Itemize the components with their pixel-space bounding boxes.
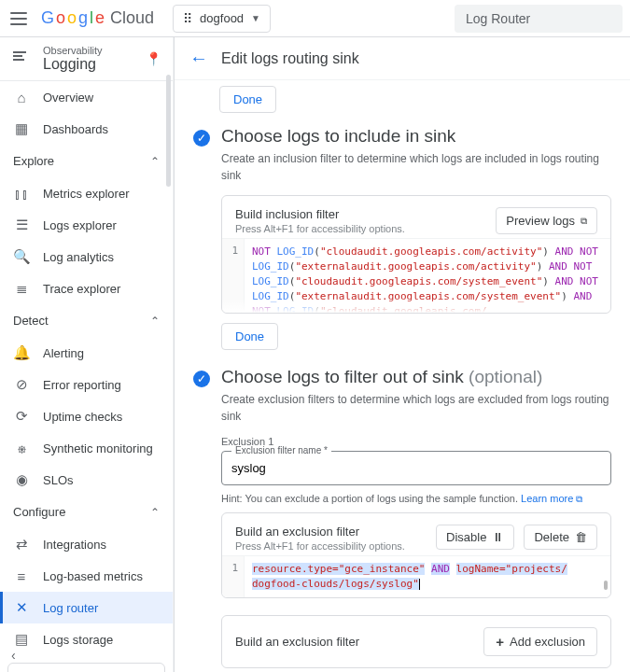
scrollbar[interactable]: [604, 581, 608, 590]
uptime-icon: ⟳: [13, 408, 30, 425]
exclusion-filter-card: Build an exclusion filter Press Alt+F1 f…: [221, 512, 611, 598]
add-exclusion-title: Build an exclusion filter: [235, 635, 359, 649]
sidebar-item-overview[interactable]: ⌂Overview: [0, 81, 173, 113]
google-cloud-logo[interactable]: Google Cloud: [41, 8, 154, 28]
main-header: ← Edit logs routing sink: [175, 37, 630, 80]
trash-icon: 🗑: [575, 530, 587, 544]
project-name: dogfood: [200, 11, 244, 25]
scrollbar[interactable]: [166, 75, 171, 187]
plus-icon: +: [496, 634, 504, 650]
inclusion-filter-card: Build inclusion filter Press Alt+F1 for …: [221, 195, 611, 314]
external-link-icon: ⧉: [581, 216, 587, 227]
include-card-title: Build inclusion filter: [235, 207, 405, 221]
exclude-card-title: Build an exclusion filter: [235, 525, 405, 539]
exclude-title: Choose logs to filter out of sink (optio…: [221, 367, 611, 387]
sidebar-group-explore[interactable]: Explore⌃: [0, 145, 173, 177]
sidebar-item-logs-storage[interactable]: ▤Logs storage: [0, 623, 173, 655]
router-icon: ✕: [13, 599, 30, 616]
nav-menu-button[interactable]: [7, 7, 30, 30]
pause-icon: ⏸: [492, 530, 504, 544]
done-button-include[interactable]: Done: [221, 323, 278, 350]
add-exclusion-card: Build an exclusion filter + Add exclusio…: [221, 615, 611, 668]
sidebar: Observability Logging 📍 ⌂Overview ▦Dashb…: [0, 37, 174, 672]
inclusion-filter-editor[interactable]: 1 NOT LOG_ID("cloudaudit.googleapis.com/…: [222, 238, 610, 313]
back-button[interactable]: ←: [189, 48, 208, 69]
sidebar-item-log-based-metrics[interactable]: ≡Log-based metrics: [0, 560, 173, 592]
metrics-scope-picker[interactable]: ⠿ Metrics Scope 1 project ›: [7, 663, 165, 672]
collapse-sidebar-button[interactable]: ‹: [6, 642, 21, 668]
top-bar: Google Cloud ⠿ dogfood ▼ Log Router: [0, 0, 630, 37]
add-exclusion-button[interactable]: + Add exclusion: [483, 627, 597, 656]
page-title: Edit logs routing sink: [221, 50, 359, 67]
sidebar-item-uptime-checks[interactable]: ⟳Uptime checks: [0, 400, 173, 432]
metrics-icon: ≡: [13, 568, 30, 584]
sidebar-item-trace-explorer[interactable]: ≣Trace explorer: [0, 273, 173, 304]
chart-icon: ⫿⫿: [13, 186, 30, 202]
project-picker[interactable]: ⠿ dogfood ▼: [173, 5, 271, 33]
include-desc: Create an inclusion filter to determine …: [221, 150, 611, 184]
sidebar-header: Observability Logging 📍: [0, 37, 173, 81]
sidebar-item-integrations[interactable]: ⇄Integrations: [0, 528, 173, 560]
include-title: Choose logs to include in sink: [221, 126, 611, 147]
slo-icon: ◉: [13, 471, 30, 488]
include-card-sub: Press Alt+F1 for accessibility options.: [235, 223, 405, 234]
analytics-icon: 🔍: [13, 248, 30, 265]
section-exclude: ✓ Choose logs to filter out of sink (opt…: [193, 367, 611, 672]
sidebar-title: Logging: [43, 56, 146, 73]
logging-icon: [13, 49, 32, 68]
project-icon: ⠿: [183, 11, 192, 26]
sidebar-group-configure[interactable]: Configure⌃: [0, 496, 173, 528]
sidebar-item-log-analytics[interactable]: 🔍Log analytics: [0, 241, 173, 273]
check-icon: ✓: [193, 371, 210, 387]
bell-icon: 🔔: [13, 344, 30, 361]
monitor-icon: ⎈: [13, 441, 30, 456]
exclusion-filter-name-label: Exclusion filter name *: [231, 445, 331, 455]
sidebar-item-log-router[interactable]: ✕Log router: [0, 592, 173, 623]
done-button-top[interactable]: Done: [219, 86, 276, 113]
exclude-desc: Create exclusion filters to determine wh…: [221, 391, 611, 425]
search-input[interactable]: Log Router: [455, 5, 623, 33]
chevron-up-icon: ⌃: [150, 506, 160, 519]
main: ← Edit logs routing sink Done ✓ Choose l…: [174, 37, 630, 672]
sidebar-group-detect[interactable]: Detect⌃: [0, 304, 173, 337]
exclude-card-sub: Press Alt+F1 for accessibility options.: [235, 540, 405, 552]
sidebar-item-metrics-explorer[interactable]: ⫿⫿Metrics explorer: [0, 177, 173, 209]
learn-more-link[interactable]: Learn more ⧉: [521, 493, 582, 504]
section-include: ✓ Choose logs to include in sink Create …: [193, 126, 611, 350]
pin-icon[interactable]: 📍: [146, 51, 161, 66]
integrations-icon: ⇄: [13, 536, 30, 553]
exclusion-hint: Hint: You can exclude a portion of logs …: [221, 493, 611, 505]
home-icon: ⌂: [13, 90, 30, 105]
sidebar-item-dashboards[interactable]: ▦Dashboards: [0, 113, 173, 145]
search-placeholder: Log Router: [466, 11, 530, 26]
sidebar-item-synthetic-monitoring[interactable]: ⎈Synthetic monitoring: [0, 432, 173, 464]
sidebar-item-error-reporting[interactable]: ⊘Error reporting: [0, 369, 173, 400]
exclusion-filter-name-input[interactable]: [222, 452, 610, 484]
sidebar-item-logs-explorer[interactable]: ☰Logs explorer: [0, 209, 173, 241]
exclusion-filter-name-field[interactable]: Exclusion filter name *: [221, 451, 611, 485]
list-icon: ☰: [13, 217, 30, 233]
disable-button[interactable]: Disable ⏸: [436, 525, 514, 550]
preview-logs-button[interactable]: Preview logs ⧉: [496, 207, 597, 234]
sidebar-overline: Observability: [43, 45, 146, 56]
sidebar-item-alerting[interactable]: 🔔Alerting: [0, 337, 173, 369]
check-icon: ✓: [193, 130, 210, 147]
chevron-down-icon: ▼: [251, 13, 260, 23]
dashboard-icon: ▦: [13, 120, 30, 137]
exclusion-filter-editor[interactable]: 1 resource.type="gce_instance" AND logNa…: [222, 555, 610, 597]
error-icon: ⊘: [13, 376, 30, 393]
delete-button[interactable]: Delete 🗑: [524, 525, 597, 550]
trace-icon: ≣: [13, 280, 30, 297]
sidebar-item-slos[interactable]: ◉SLOs: [0, 464, 173, 496]
chevron-up-icon: ⌃: [150, 315, 160, 328]
external-link-icon: ⧉: [576, 494, 582, 504]
chevron-up-icon: ⌃: [150, 155, 160, 168]
